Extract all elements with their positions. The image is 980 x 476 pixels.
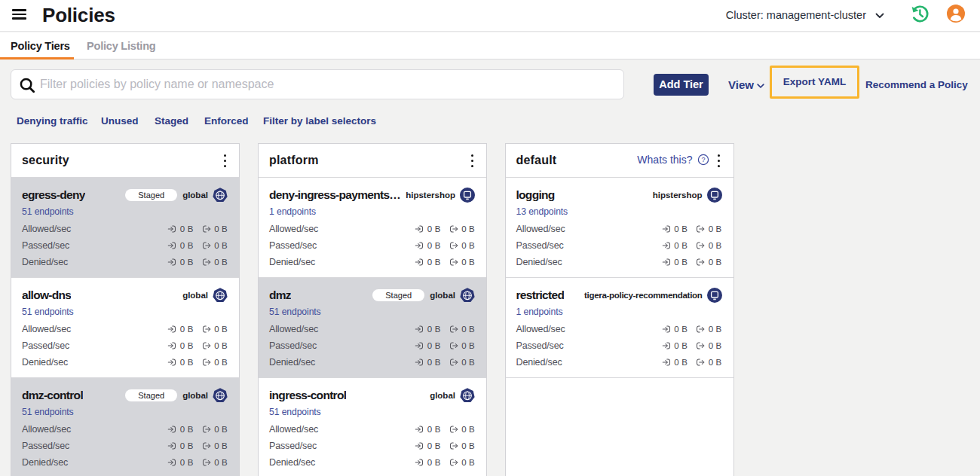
svg-text:?: ? [701,156,705,163]
